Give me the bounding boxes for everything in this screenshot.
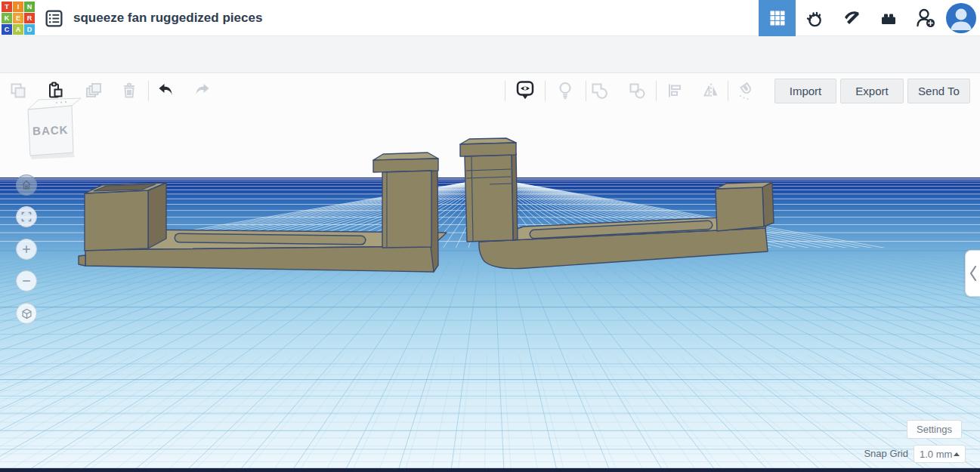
toolbar-divider [656,81,657,101]
settings-button[interactable]: Settings [907,420,962,439]
logo-cell-d: D [24,24,35,35]
logo-cell-t: T [2,2,12,12]
logo-cell-k: K [2,13,12,23]
export-button[interactable]: Export [840,79,904,103]
duplicate-icon [79,76,109,106]
zoom-in-button[interactable] [16,239,37,260]
toolbar-divider [728,81,728,101]
home-view-button[interactable] [16,174,37,196]
logo-cell-n: N [24,2,35,12]
view-cube-face-label: BACK [32,123,69,137]
undo-icon[interactable] [151,76,181,106]
toolbar-divider [545,81,546,101]
snap-grid-value: 1.0 mm [920,449,952,460]
edit-toolbar: Import Export Send To [0,36,980,73]
collaborate-add-person-icon[interactable] [907,0,944,36]
tinkercad-logo[interactable]: TINKERCAD [2,2,35,35]
app-header: TINKERCAD squeeze fan ruggedized pieces [0,0,980,36]
mirror-icon [696,76,726,106]
design-menu-icon[interactable] [44,8,64,29]
ungroup-icon [622,76,652,106]
dashboard-grid-icon[interactable] [759,0,796,36]
align-icon [660,76,690,106]
delete-trash-icon [114,76,144,106]
redo-icon [187,76,217,106]
logo-cell-r: R [24,13,35,23]
lego-brick-icon[interactable] [870,0,907,36]
group-icon [584,76,614,106]
paste-icon[interactable] [40,76,70,106]
user-avatar[interactable] [944,0,978,36]
logo-cell-c: C [2,24,12,35]
sim-lab-icon[interactable] [796,0,833,36]
zoom-out-button[interactable] [16,270,37,292]
show-all-icon[interactable] [510,76,540,106]
3d-viewport[interactable] [0,73,980,472]
lightbulb-icon [550,76,580,106]
caret-up-icon [954,452,960,456]
fit-view-button[interactable] [16,206,37,227]
logo-cell-i: I [13,2,23,12]
bottom-bar [0,468,980,472]
toolbar-divider [148,81,149,101]
snap-magnet-icon [731,76,762,106]
minecraft-pickaxe-icon[interactable] [833,0,870,36]
send-to-button[interactable]: Send To [907,79,970,103]
logo-cell-a: A [13,24,23,35]
collapse-shapes-panel-chevron[interactable] [965,250,980,297]
snap-grid-label: Snap Grid [854,448,908,459]
toolbar-divider [505,81,505,101]
header-right-tiles [759,0,978,36]
snap-grid-dropdown[interactable]: 1.0 mm [914,445,966,463]
design-title: squeeze fan ruggedized pieces [73,0,262,36]
orthographic-view-button[interactable] [16,303,37,324]
copy-icon [3,76,33,106]
import-button[interactable]: Import [774,79,836,103]
tinkercad-editor: { "header": { "title": "squeeze fan rugg… [0,0,980,472]
logo-cell-e: E [13,13,23,23]
